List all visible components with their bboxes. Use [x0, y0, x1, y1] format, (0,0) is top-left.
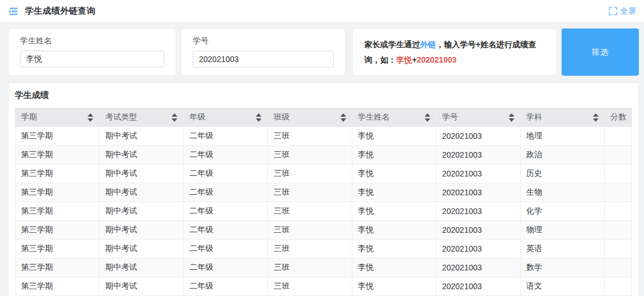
table-cell: 地理 — [520, 127, 604, 146]
hint-external-link[interactable]: 外链 — [420, 40, 436, 49]
student-id-input[interactable] — [193, 51, 334, 68]
table-cell: 二年级 — [184, 258, 268, 277]
table-cell: 二年级 — [184, 146, 268, 165]
column-header[interactable]: 班级 — [268, 108, 352, 127]
table-cell: 期中考试 — [99, 165, 184, 183]
column-header[interactable]: 年级 — [184, 108, 268, 127]
table-row[interactable]: 第三学期期中考试二年级三班李悦202021003地理 — [15, 127, 632, 146]
column-label: 学生姓名 — [358, 112, 390, 122]
table-row[interactable]: 第三学期期中考试二年级三班李悦202021003物理 — [15, 221, 632, 240]
sort-caret-icon[interactable] — [509, 113, 514, 122]
table-row[interactable]: 第三学期期中考试二年级三班李悦202021003语文 — [15, 277, 632, 296]
column-label: 学科 — [526, 112, 542, 122]
table-cell: 李悦 — [352, 221, 436, 240]
column-header[interactable]: 学期 — [15, 108, 99, 127]
table-cell — [605, 127, 632, 146]
student-id-label: 学号 — [193, 36, 334, 46]
table-cell: 第三学期 — [15, 277, 99, 296]
column-label: 学期 — [21, 112, 37, 122]
table-row[interactable]: 第三学期期中考试二年级三班李悦202021003生物 — [15, 183, 632, 202]
table-cell: 二年级 — [184, 127, 268, 146]
column-header[interactable]: 学生姓名 — [352, 108, 436, 127]
table-cell: 期中考试 — [99, 240, 184, 258]
filter-row: 学生姓名 学号 家长或学生通过外链，输入学号+姓名进行成绩查询，如：李悦+202… — [8, 28, 639, 76]
table-header-row: 学期考试类型年级班级学生姓名学号学科分数 — [15, 108, 632, 127]
page-title: 学生成绩外链查询 — [25, 6, 95, 17]
table-cell: 202021003 — [436, 258, 520, 277]
column-header: 分数 — [605, 108, 632, 127]
table-cell: 202021003 — [436, 221, 520, 240]
table-cell — [605, 165, 632, 183]
student-name-input[interactable] — [20, 51, 164, 68]
sort-caret-icon[interactable] — [593, 113, 599, 122]
table-cell: 三班 — [268, 221, 352, 240]
sort-caret-icon[interactable] — [340, 113, 346, 122]
table-body: 第三学期期中考试二年级三班李悦202021003地理第三学期期中考试二年级三班李… — [15, 127, 632, 296]
table-cell — [605, 277, 632, 296]
table-cell — [605, 202, 632, 221]
column-header[interactable]: 学科 — [520, 108, 604, 127]
table-cell: 第三学期 — [15, 146, 99, 165]
table-cell: 二年级 — [184, 165, 268, 183]
table-cell — [605, 146, 632, 165]
fullscreen-button[interactable]: 全屏 — [609, 6, 636, 17]
table-cell: 202021003 — [436, 277, 520, 296]
hint-example-name: 李悦 — [396, 55, 412, 64]
student-grades-card: 学生成绩 学期考试类型年级班级学生姓名学号学科分数 第三学期期中考试二年级三班李… — [8, 83, 639, 296]
table-cell: 二年级 — [184, 221, 268, 240]
column-header[interactable]: 考试类型 — [99, 108, 184, 127]
student-name-card: 学生姓名 — [8, 28, 176, 76]
table-cell: 202021003 — [436, 165, 520, 183]
sort-caret-icon[interactable] — [425, 113, 430, 122]
column-label: 班级 — [273, 112, 289, 122]
table-cell: 期中考试 — [99, 183, 184, 202]
table-cell: 期中考试 — [99, 258, 184, 277]
hint-plus: + — [412, 55, 417, 64]
grades-table: 学期考试类型年级班级学生姓名学号学科分数 第三学期期中考试二年级三班李悦2020… — [15, 108, 632, 296]
table-cell: 李悦 — [352, 183, 436, 202]
table-cell: 李悦 — [352, 165, 436, 183]
table-row[interactable]: 第三学期期中考试二年级三班李悦202021003数学 — [15, 258, 632, 277]
table-title: 学生成绩 — [15, 90, 632, 101]
table-cell: 李悦 — [352, 202, 436, 221]
sort-caret-icon[interactable] — [172, 113, 177, 122]
table-cell: 政治 — [520, 146, 604, 165]
table-cell — [605, 221, 632, 240]
student-id-card: 学号 — [181, 28, 346, 76]
table-cell: 202021003 — [436, 127, 520, 146]
column-header[interactable]: 学号 — [436, 108, 520, 127]
table-cell: 202021003 — [436, 240, 520, 258]
table-cell: 三班 — [268, 183, 352, 202]
topbar-left: 学生成绩外链查询 — [8, 6, 95, 17]
table-cell: 历史 — [520, 165, 604, 183]
filter-button[interactable]: 筛选 — [562, 28, 639, 76]
table-cell: 期中考试 — [99, 146, 184, 165]
table-cell: 第三学期 — [15, 202, 99, 221]
table-cell: 物理 — [520, 221, 604, 240]
hint-card: 家长或学生通过外链，输入学号+姓名进行成绩查询，如：李悦+202021003 — [352, 28, 557, 76]
table-cell: 第三学期 — [15, 127, 99, 146]
table-cell: 三班 — [268, 202, 352, 221]
hint-example-id: 202021003 — [417, 55, 456, 64]
table-cell: 二年级 — [184, 183, 268, 202]
sort-caret-icon[interactable] — [256, 113, 261, 122]
column-label: 分数 — [610, 112, 626, 122]
table-cell: 三班 — [268, 165, 352, 183]
table-row[interactable]: 第三学期期中考试二年级三班李悦202021003政治 — [15, 146, 632, 165]
collapse-sidebar-icon[interactable] — [8, 7, 19, 16]
table-cell: 202021003 — [436, 202, 520, 221]
table-cell — [605, 240, 632, 258]
table-cell: 202021003 — [436, 146, 520, 165]
table-row[interactable]: 第三学期期中考试二年级三班李悦202021003历史 — [15, 165, 632, 183]
table-cell: 李悦 — [352, 127, 436, 146]
table-row[interactable]: 第三学期期中考试二年级三班李悦202021003英语 — [15, 240, 632, 258]
table-cell: 三班 — [268, 127, 352, 146]
table-cell: 二年级 — [184, 202, 268, 221]
hint-text: 家长或学生通过外链，输入学号+姓名进行成绩查询，如：李悦+202021003 — [364, 37, 545, 68]
table-cell: 李悦 — [352, 146, 436, 165]
hint-part1: 家长或学生通过 — [364, 40, 420, 49]
sort-caret-icon[interactable] — [88, 113, 93, 122]
table-row[interactable]: 第三学期期中考试二年级三班李悦202021003化学 — [15, 202, 632, 221]
fullscreen-icon — [609, 7, 617, 15]
table-cell: 生物 — [520, 183, 604, 202]
